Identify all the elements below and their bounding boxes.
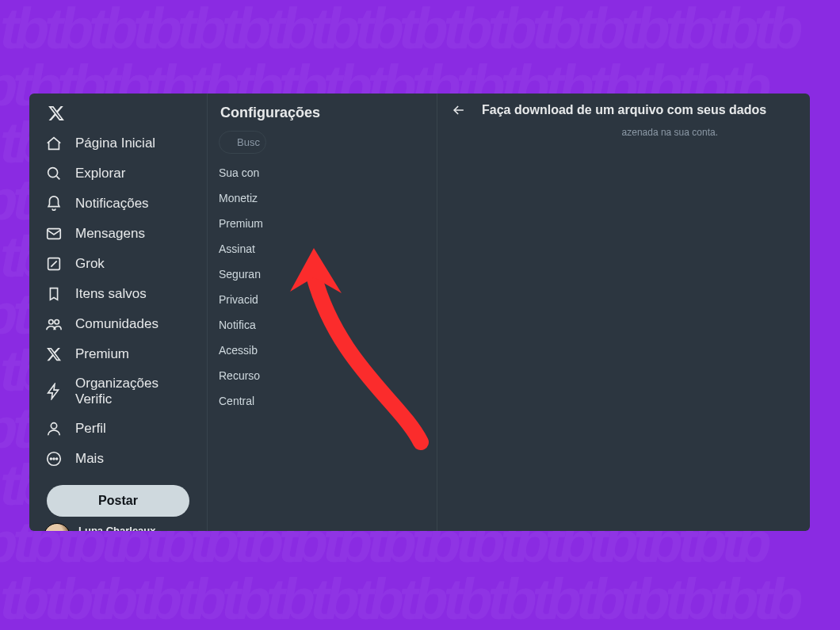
x-logo-icon: [45, 346, 63, 363]
nav-label: Mais: [75, 451, 104, 467]
detail-subtitle-text: azenada na sua conta.: [622, 127, 718, 138]
settings-item[interactable]: Recurso: [219, 369, 426, 382]
detail-subtitle: azenada na sua conta.: [450, 127, 797, 138]
svg-point-7: [50, 458, 52, 460]
sidebar: Página Inicial Explorar Notificações Men…: [29, 94, 208, 531]
nav-label: Perfil: [75, 421, 106, 437]
nav-item-explore[interactable]: Explorar: [36, 158, 200, 189]
settings-item[interactable]: Acessib: [219, 344, 426, 357]
detail-title: Faça download de um arquivo com seus dad…: [482, 103, 766, 117]
account-name: Lupa Charleaux: [78, 525, 156, 531]
bolt-icon: [45, 383, 63, 400]
grok-icon: [45, 255, 63, 273]
search-placeholder: Busc: [237, 136, 260, 148]
settings-column: Configurações Busc Sua con Monetiz Premi…: [208, 94, 437, 531]
settings-item[interactable]: Notifica: [219, 319, 426, 331]
communities-icon: [45, 315, 63, 333]
settings-search[interactable]: Busc: [219, 131, 266, 154]
detail-column: Faça download de um arquivo com seus dad…: [437, 94, 810, 531]
nav-item-bookmarks[interactable]: Itens salvos: [36, 279, 200, 309]
settings-item[interactable]: Assinat: [219, 242, 426, 255]
settings-item[interactable]: Seguran: [219, 268, 426, 281]
nav-item-home[interactable]: Página Inicial: [36, 128, 200, 158]
bell-icon: [45, 195, 63, 212]
nav-item-profile[interactable]: Perfil: [36, 414, 200, 444]
settings-title: Configurações: [220, 105, 424, 121]
nav-label: Organizações Verific: [75, 376, 191, 407]
detail-header: Faça download de um arquivo com seus dad…: [450, 101, 797, 119]
ellipsis-icon: ···: [176, 529, 193, 532]
nav-label: Premium: [75, 346, 129, 362]
svg-point-4: [55, 320, 59, 325]
more-icon: [45, 450, 63, 468]
nav-item-premium[interactable]: Premium: [36, 339, 200, 369]
account-switcher[interactable]: Lupa Charleaux @CharleauxLupa ···: [36, 517, 200, 531]
nav-label: Notificações: [75, 196, 149, 212]
profile-icon: [45, 420, 63, 437]
app-frame: Página Inicial Explorar Notificações Men…: [29, 94, 810, 531]
nav-label: Itens salvos: [75, 286, 147, 302]
primary-nav: Página Inicial Explorar Notificações Men…: [36, 128, 200, 474]
settings-item[interactable]: Premium: [219, 217, 426, 230]
nav-label: Página Inicial: [75, 136, 155, 151]
svg-point-5: [51, 423, 56, 429]
nav-item-grok[interactable]: Grok: [36, 249, 200, 279]
mail-icon: [45, 225, 63, 242]
post-button[interactable]: Postar: [47, 485, 189, 517]
nav-item-notifications[interactable]: Notificações: [36, 189, 200, 219]
nav-item-communities[interactable]: Comunidades: [36, 309, 200, 339]
settings-list: Sua con Monetiz Premium Assinat Seguran …: [219, 166, 426, 407]
svg-point-0: [48, 168, 58, 178]
nav-item-messages[interactable]: Mensagens: [36, 219, 200, 249]
svg-point-9: [56, 458, 58, 460]
svg-point-3: [49, 320, 54, 325]
settings-item[interactable]: Sua con: [219, 166, 426, 179]
x-logo-icon[interactable]: [44, 105, 69, 122]
home-icon: [45, 135, 63, 152]
svg-point-8: [53, 458, 55, 460]
settings-item[interactable]: Privacid: [219, 293, 426, 306]
avatar: [44, 523, 71, 531]
settings-item[interactable]: Monetiz: [219, 192, 426, 204]
nav-label: Mensagens: [75, 226, 145, 242]
back-arrow-icon[interactable]: [450, 101, 468, 119]
nav-item-more[interactable]: Mais: [36, 444, 200, 474]
bookmark-icon: [45, 285, 63, 303]
nav-label: Explorar: [75, 166, 125, 181]
nav-label: Comunidades: [75, 316, 158, 332]
nav-item-verified-orgs[interactable]: Organizações Verific: [36, 369, 200, 414]
account-text: Lupa Charleaux @CharleauxLupa: [78, 525, 156, 531]
settings-item[interactable]: Central: [219, 395, 426, 407]
search-icon: [45, 165, 63, 182]
nav-label: Grok: [75, 256, 105, 272]
